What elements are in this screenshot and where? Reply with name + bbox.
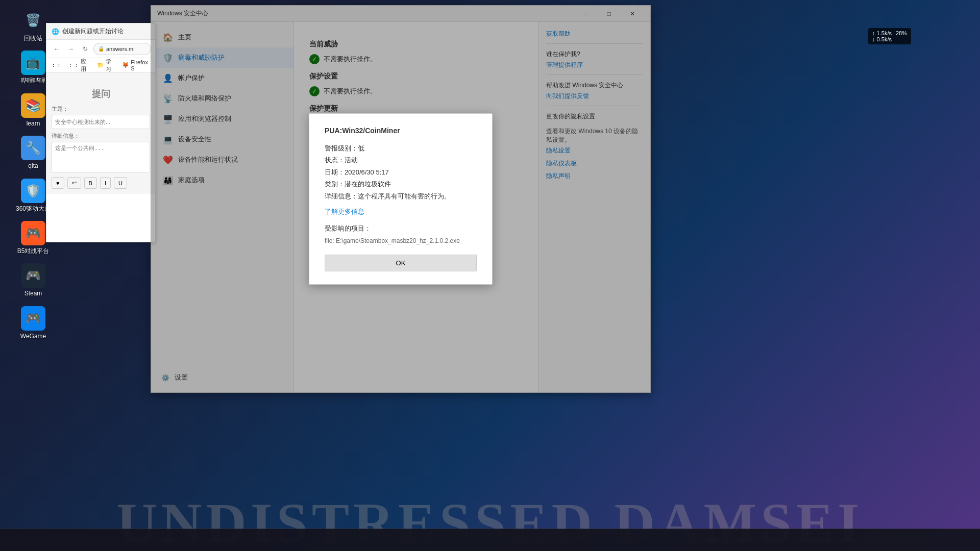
bold-button[interactable]: B	[84, 177, 97, 189]
url-bar[interactable]: 🔒 answers.mi	[93, 43, 151, 55]
bilibili-label: 哔哩哔哩	[21, 77, 45, 84]
status-value: 活动	[345, 156, 358, 164]
theme-label: 主题：	[52, 105, 150, 113]
category-value: 潜在的垃圾软件	[345, 180, 391, 188]
360-icon: 🛡️	[21, 179, 45, 203]
underline-button[interactable]: U	[114, 177, 127, 189]
recycle-icon: 🗑️	[21, 8, 45, 33]
browser-nav: ← → ↻ 🔒 answers.mi	[46, 40, 155, 58]
severity-label: 警报级别：	[325, 144, 358, 152]
browser-new-tab-label: 创建新问题或开始讨论	[62, 27, 124, 36]
qita-label: qita	[28, 162, 38, 169]
date-label: 日期：	[325, 168, 345, 176]
learn-label: learn	[27, 120, 40, 127]
steam-icon: 🎮	[21, 263, 45, 288]
speed-row: ↑ 1.5k/s 28%	[872, 30, 907, 36]
detail-textarea[interactable]	[52, 142, 150, 172]
bookmark-apps-label: 应用	[81, 58, 89, 73]
bookmark-learn[interactable]: 📁 学习	[95, 57, 116, 74]
upload-speed: ↑ 1.5k/s	[872, 30, 892, 36]
reply-button[interactable]: ↩	[67, 177, 81, 189]
bookmark-learn-label: 学习	[106, 58, 114, 73]
learn-icon: 📚	[21, 93, 45, 118]
speed-widget: ↑ 1.5k/s 28% ↓ 0.5k/s	[868, 28, 911, 44]
recycle-label: 回收站	[24, 35, 42, 42]
modal-title: PUA:Win32/CoinMiner	[325, 127, 477, 135]
qita-icon: 🔧	[21, 136, 45, 160]
b5-label: B5对战平台	[17, 247, 50, 255]
browser-new-tab-bar: 🌐 创建新问题或开始讨论	[46, 23, 155, 40]
download-speed: ↓ 0.5k/s	[872, 36, 907, 42]
browser-content: 提问 主题： 详细信息： ♥ ↩ B I U	[46, 72, 155, 194]
desktop-icon-wegame[interactable]: 🎮 WeGame	[3, 303, 64, 343]
ok-button[interactable]: OK	[325, 255, 477, 271]
wegame-label: WeGame	[20, 333, 46, 340]
affected-label: 受影响的项目：	[325, 224, 477, 233]
modal-overlay: PUA:Win32/CoinMiner 警报级别：低 状态：活动 日期：2020…	[151, 5, 651, 393]
bookmark-firefox-label: Firefox S	[131, 59, 149, 71]
ask-title: 提问	[52, 88, 150, 100]
editor-buttons: ♥ ↩ B I U	[52, 177, 150, 189]
italic-button[interactable]: I	[100, 177, 111, 189]
detail-value: 这个程序具有可能有害的行为。	[358, 192, 451, 200]
back-button[interactable]: ←	[51, 43, 63, 55]
date-value: 2020/6/30 5:17	[345, 168, 389, 176]
affected-file: file: E:\game\Steambox_masbz20_hz_2.1.0.…	[325, 237, 477, 244]
url-text: answers.mi	[106, 46, 135, 52]
theme-input[interactable]	[52, 115, 150, 129]
bookmark-apps[interactable]: ⋮⋮ 应用	[66, 57, 91, 74]
desktop: UNDISTRESSED DAMSEI 🗑️ 回收站 📺 哔哩哔哩 📚 lear…	[0, 0, 980, 551]
modal-details: 警报级别：低 状态：活动 日期：2020/6/30 5:17 类别：潜在的垃圾软…	[325, 142, 477, 202]
detail-label: 详细信息：	[52, 132, 150, 140]
wegame-icon: 🎮	[21, 306, 45, 331]
bookmark-firefox[interactable]: 🦊 Firefox S	[120, 58, 151, 72]
taskbar	[0, 529, 980, 551]
status-label: 状态：	[325, 156, 345, 164]
steam-label: Steam	[24, 290, 42, 297]
b5-icon: 🎮	[21, 221, 45, 245]
modal-dialog: PUA:Win32/CoinMiner 警报级别：低 状态：活动 日期：2020…	[309, 113, 493, 285]
bilibili-icon: 📺	[21, 51, 45, 75]
category-label: 类别：	[325, 180, 345, 188]
360-label: 360驱动大师	[16, 205, 51, 212]
bookmarks-bar: ⋮⋮ ⋮⋮ 应用 📁 学习 🦊 Firefox S	[46, 58, 155, 72]
browser-window: 🌐 创建新问题或开始讨论 ← → ↻ 🔒 answers.mi ⋮⋮ ⋮⋮ 应用…	[46, 23, 156, 242]
refresh-button[interactable]: ↻	[79, 43, 91, 55]
detail-label: 详细信息：	[325, 192, 358, 200]
more-info-link[interactable]: 了解更多信息	[325, 207, 477, 216]
percent: 28%	[896, 30, 907, 36]
desktop-icon-steam[interactable]: 🎮 Steam	[3, 260, 64, 300]
forward-button[interactable]: →	[65, 43, 77, 55]
severity-value: 低	[358, 144, 364, 152]
heart-button[interactable]: ♥	[52, 177, 64, 189]
